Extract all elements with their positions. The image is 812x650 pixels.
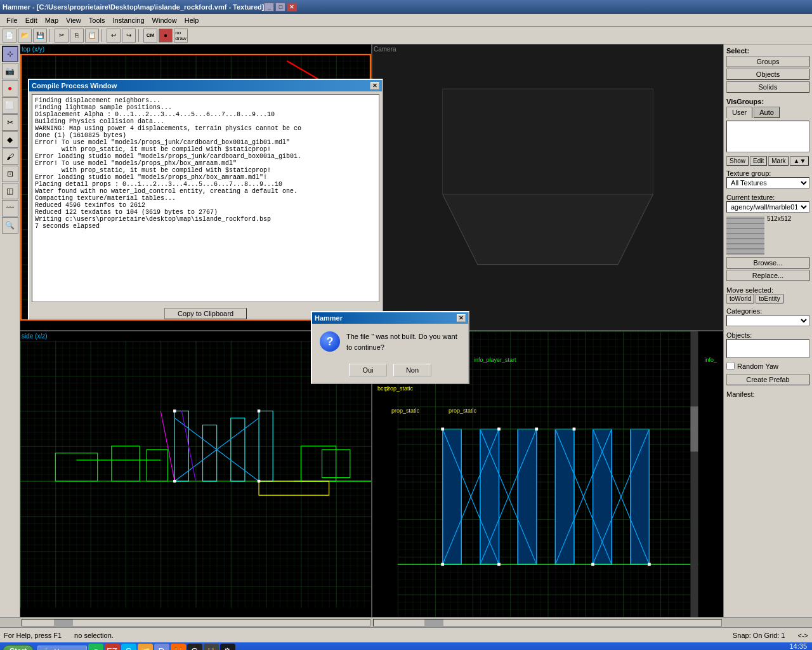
random-yaw-checkbox[interactable] [726, 362, 735, 370]
taskbar-skype[interactable]: S [121, 644, 136, 650]
tool-camera[interactable]: 📷 [2, 63, 18, 79]
arrows-button[interactable]: ▲▼ [790, 156, 809, 166]
show-button[interactable]: Show [726, 156, 749, 166]
edit-button[interactable]: Edit [750, 156, 767, 166]
statusbar-selection: no selection. [74, 632, 114, 639]
tool-path[interactable]: 〰 [2, 200, 18, 216]
menu-edit[interactable]: Edit [22, 15, 41, 25]
menu-view[interactable]: View [62, 15, 85, 25]
viewport-3d-drawing [372, 44, 723, 330]
bottom-scrollbar-left[interactable] [22, 619, 370, 627]
texture-group-select[interactable]: All Textures [726, 177, 809, 189]
texture-preview [726, 216, 764, 255]
objects-section-panel: Objects: [726, 331, 809, 358]
objects-list [726, 339, 809, 358]
taskbar-discord[interactable]: D [154, 644, 169, 650]
categories-select[interactable] [726, 315, 809, 326]
auto-tab[interactable]: Auto [754, 107, 780, 118]
to-entity-button[interactable]: toEntity [756, 294, 783, 303]
hammer-dialog: Hammer ✕ ? The file '' was not built. Do… [311, 311, 469, 384]
compile-window-close[interactable]: ✕ [370, 82, 379, 90]
browse-button[interactable]: Browse... [726, 257, 809, 269]
viewport-3d[interactable]: Camera [372, 44, 723, 330]
tool-select[interactable]: ⊹ [2, 46, 18, 62]
menu-help[interactable]: Help [181, 15, 203, 25]
svg-rect-70 [441, 428, 444, 431]
dialog-yes-button[interactable]: Oui [349, 364, 387, 376]
taskbar-explorer[interactable]: 📁 [138, 644, 153, 650]
taskbar-hammer[interactable]: 🔨 Hammer [37, 646, 86, 651]
select-label: Select: [726, 47, 809, 55]
toolbar-sep1 [49, 29, 52, 42]
groups-button[interactable]: Groups [726, 56, 809, 67]
current-texture-label: Current texture: [726, 194, 809, 201]
toolbar-run[interactable]: ● [159, 29, 173, 43]
texture-group-label: Texture group: [726, 169, 809, 177]
menu-window[interactable]: Window [148, 15, 181, 25]
replace-button[interactable]: Replace... [726, 270, 809, 281]
dialog-buttons: Oui Non [312, 360, 468, 383]
tool-overlay[interactable]: ◫ [2, 183, 18, 199]
tool-clip[interactable]: ✂ [2, 114, 18, 131]
toolbar-undo[interactable]: ↩ [107, 29, 121, 43]
to-world-button[interactable]: toWorld [726, 294, 754, 303]
tool-brush[interactable]: ⬜ [2, 97, 18, 114]
toolbar-nodraw[interactable]: nodraw [174, 29, 188, 43]
menu-map[interactable]: Map [41, 15, 62, 25]
taskbar-spotify[interactable]: ♫ [88, 644, 103, 650]
taskbar-gmod[interactable]: G [187, 644, 202, 650]
dialog-close[interactable]: ✕ [457, 314, 466, 322]
title-bar: Hammer - [C:\Users\proprietaire\Desktop\… [0, 0, 812, 14]
select-section: Select: Groups Objects Solids [726, 47, 809, 94]
taskbar-hl2[interactable]: H [204, 644, 219, 650]
minimize-button[interactable]: _ [264, 3, 274, 11]
create-prefab-button[interactable]: Create Prefab [726, 374, 809, 385]
taskbar-firefox[interactable]: 🦊 [171, 644, 186, 650]
show-edit-section: Show Edit Mark ▲▼ [726, 156, 809, 166]
taskbar-filezilla[interactable]: FZ [105, 644, 120, 650]
dialog-no-button[interactable]: Non [393, 364, 431, 376]
objects-button[interactable]: Objects [726, 69, 809, 80]
dialog-question-icon: ? [320, 331, 340, 352]
tool-paint[interactable]: 🖌 [2, 149, 18, 165]
taskbar-steam[interactable]: ⚙ [220, 644, 235, 650]
statusbar-help: For Help, press F1 [4, 632, 62, 639]
mark-button[interactable]: Mark [768, 156, 789, 166]
toolbar-open[interactable]: 📂 [18, 29, 32, 43]
close-button[interactable]: ✕ [287, 3, 297, 11]
menu-tools[interactable]: Tools [85, 15, 109, 25]
toolbar-save[interactable]: 💾 [33, 29, 47, 43]
tool-magnify[interactable]: 🔍 [2, 217, 18, 234]
toolbar-copy[interactable]: ⎘ [70, 29, 84, 43]
solids-button[interactable]: Solids [726, 81, 809, 93]
copy-to-clipboard-button[interactable]: Copy to Clipboard [164, 308, 247, 319]
statusbar-snap: Snap: On Grid: 1 [733, 632, 785, 639]
svg-rect-50 [480, 429, 499, 564]
dialog-titlebar: Hammer ✕ [312, 312, 468, 324]
user-tab[interactable]: User [726, 107, 752, 118]
visgroups-list [726, 121, 809, 152]
manifest-section: Manifest: [726, 390, 809, 398]
svg-rect-78 [691, 331, 698, 617]
toolbar-compile[interactable]: CM [143, 29, 157, 43]
start-button[interactable]: Start [3, 645, 34, 650]
svg-rect-54 [555, 429, 574, 564]
toolbar-cut[interactable]: ✂ [55, 29, 69, 43]
clock: 14:35 16/12/2017 [772, 642, 809, 650]
maximize-button[interactable]: □ [275, 3, 285, 11]
toolbar-paste[interactable]: 📋 [85, 29, 99, 43]
menu-file[interactable]: File [3, 15, 22, 25]
tool-decal[interactable]: ⊡ [2, 166, 18, 182]
tool-vertex[interactable]: ◆ [2, 131, 18, 148]
current-texture-select[interactable]: agency/wall/marble01 [726, 201, 809, 213]
menu-instancing[interactable]: Instancing [108, 15, 148, 25]
toolbar-new[interactable]: 📄 [3, 29, 16, 43]
toolbar-redo[interactable]: ↪ [122, 29, 136, 43]
svg-rect-79 [691, 406, 698, 451]
statusbar: For Help, press F1 no selection. Snap: O… [0, 627, 812, 642]
bottom-scrollbar-right[interactable] [373, 619, 722, 627]
horizontal-scrollbar-area [0, 617, 812, 627]
tool-entity[interactable]: ● [2, 80, 18, 96]
random-yaw-label[interactable]: Random Yaw [726, 362, 809, 370]
compile-output: Finding displacement neighbors... Findin… [32, 94, 379, 302]
